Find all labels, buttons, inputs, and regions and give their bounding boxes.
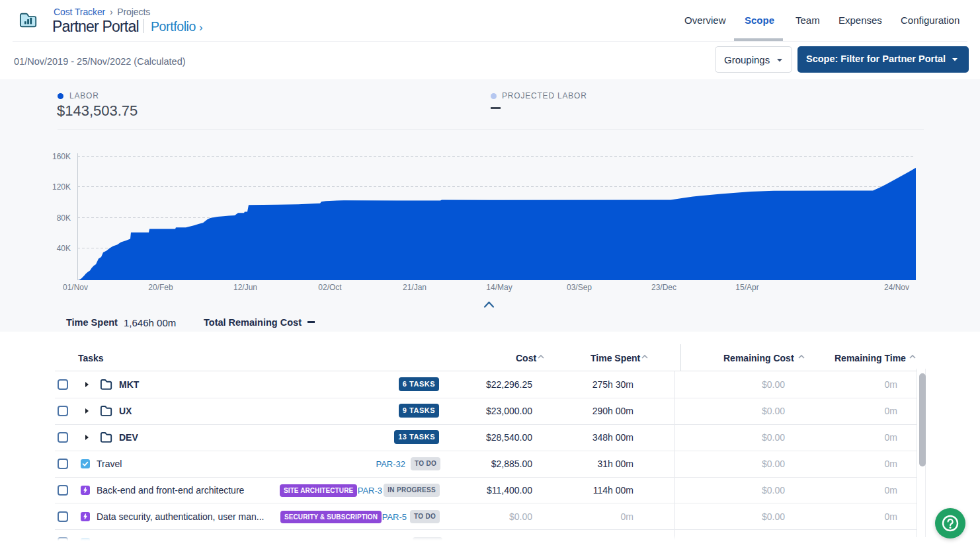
svg-text:20/Feb: 20/Feb bbox=[148, 283, 173, 292]
svg-text:02/Oct: 02/Oct bbox=[318, 283, 342, 292]
svg-text:40K: 40K bbox=[57, 244, 71, 253]
svg-text:80K: 80K bbox=[57, 213, 71, 223]
svg-text:21/Jan: 21/Jan bbox=[403, 283, 427, 292]
svg-text:12/Jun: 12/Jun bbox=[233, 283, 257, 292]
svg-text:120K: 120K bbox=[52, 182, 71, 192]
svg-text:03/Sep: 03/Sep bbox=[567, 283, 592, 292]
svg-text:23/Dec: 23/Dec bbox=[651, 283, 676, 292]
svg-text:24/Nov: 24/Nov bbox=[884, 283, 909, 292]
svg-text:15/Apr: 15/Apr bbox=[735, 283, 758, 292]
svg-text:14/May: 14/May bbox=[486, 283, 512, 292]
svg-text:01/Nov: 01/Nov bbox=[63, 283, 88, 292]
svg-text:160K: 160K bbox=[52, 152, 71, 161]
